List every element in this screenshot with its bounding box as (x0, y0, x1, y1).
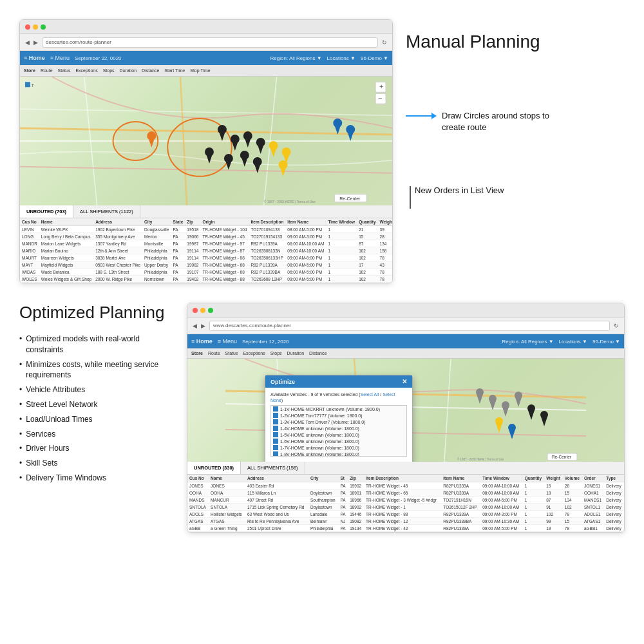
svg-text:+: + (379, 82, 383, 90)
browser-mockup-bottom: ◀ ▶ www.descartes.com/route-planner ↻ ≡ … (187, 303, 625, 533)
svg-point-55 (489, 395, 497, 402)
close-dot-b[interactable] (193, 308, 198, 313)
tab-all-shipments-b[interactable]: ALL SHIPMENTS (158) (241, 462, 305, 474)
col-duration-b: Duration (287, 351, 304, 355)
bullet-item: Skill Sets (19, 456, 174, 471)
vehicle-item[interactable]: 1-3V-HOME Tom Driver7 (Volume: 1800.0) (271, 419, 406, 425)
th-qty: Quantity (357, 218, 377, 226)
refresh-icon-b[interactable]: ↻ (614, 323, 619, 329)
bottom-shipments-table: Cus No Name Address City St Zip Item Des… (187, 475, 624, 532)
bth-itemname: Item Name (441, 475, 480, 482)
table-row: MANDSMANCUR407 Street RdSouthamptonPA189… (187, 497, 624, 504)
vehicle-checkbox[interactable] (273, 451, 278, 457)
bth-order: Order (582, 475, 604, 482)
toolbar-date-b: September 12, 2020 (242, 339, 289, 345)
toolbar-demo[interactable]: 96-Demo ▼ (361, 55, 388, 61)
toolbar-region-b[interactable]: Region: All Regions ▼ (502, 339, 554, 345)
table-row: WOLESWoles Widgets & Gift Shop2000 W. Ri… (20, 276, 392, 283)
url-bar-top[interactable]: descartes.com/route-planner (42, 37, 378, 48)
vehicle-item[interactable]: 1-1V-HOME-MCKRRT unknown (Volume: 1800.0… (271, 406, 406, 412)
th-weight: Weight (378, 218, 392, 226)
th-city: City (142, 218, 171, 226)
table-row: SNTOLASNTOLA1715 Lick Spring Cemetery Rd… (187, 504, 624, 511)
dialog-close-button[interactable]: ✕ (402, 378, 407, 385)
col-distance-b: Distance (309, 351, 327, 355)
vehicle-item[interactable]: 1-2V-HOME Tom77777 (Volume: 1800.0) (271, 412, 406, 419)
toolbar-locations[interactable]: Locations ▼ (327, 55, 355, 61)
vehicle-checkbox[interactable] (273, 413, 278, 418)
bullet-item: Optimized models with real-world constra… (19, 332, 174, 357)
shipments-table-container: Cus No Name Address City State Zip Origi… (20, 218, 392, 283)
svg-text:Re-Center: Re-Center (552, 455, 572, 459)
bth-qty: Quantity (523, 475, 545, 482)
table-row: WLLVHarry Widgets121 South State RoadUpp… (20, 283, 392, 283)
vehicle-checkbox[interactable] (273, 406, 278, 412)
vehicle-item[interactable]: 1-5V-HOME unknown (Volume: 1800.0) (271, 431, 406, 438)
forward-icon-b[interactable]: ▶ (201, 323, 205, 329)
close-dot[interactable] (25, 24, 30, 30)
svg-point-20 (224, 154, 233, 163)
th-name: Name (39, 218, 93, 226)
col-exceptions-b: Exceptions (243, 351, 265, 355)
vehicle-list: 1-1V-HOME-MCKRRT unknown (Volume: 1800.0… (270, 405, 407, 457)
svg-point-30 (279, 160, 288, 169)
vehicle-item[interactable]: 1-8V-HOME unknown (Volume: 1800.0) (271, 451, 406, 457)
tab-unrouted-b[interactable]: UNROUTED (330) (187, 462, 241, 474)
top-right-labels: Manual Planning Draw Circles around stop… (406, 19, 625, 209)
url-bar-bottom[interactable]: www.descartes.com/route-planner (209, 321, 610, 331)
toolbar-region[interactable]: Region: All Regions ▼ (270, 55, 322, 61)
bracket-right (406, 186, 411, 209)
svg-point-14 (243, 131, 252, 140)
toolbar-home-b[interactable]: ≡ Home (191, 338, 213, 345)
minimize-dot[interactable] (33, 24, 38, 30)
select-all-link[interactable]: Select All (361, 392, 379, 397)
th-itemdesc: Item Description (249, 218, 285, 226)
minimize-dot-b[interactable] (200, 308, 205, 313)
toolbar-date: September 22, 0020 (75, 55, 122, 61)
svg-point-16 (256, 138, 265, 147)
vehicle-item[interactable]: 1-6V-HOME unknown (Volume: 1800.0) (271, 438, 406, 444)
table-row: JONESJONES403 Easter RdPA19902TR-HOME Wi… (187, 482, 624, 489)
vehicle-checkbox[interactable] (273, 439, 278, 444)
vehicle-checkbox[interactable] (273, 419, 278, 424)
toolbar-home[interactable]: ≡ Home (24, 55, 45, 61)
toolbar-menu[interactable]: ≡ Menu (50, 55, 70, 61)
vehicle-checkbox[interactable] (273, 426, 278, 431)
vehicle-item[interactable]: 1-4V-HOME unknown (Volume: 1800.0) (271, 425, 406, 431)
back-icon[interactable]: ◀ (25, 39, 30, 46)
col-exceptions: Exceptions (75, 68, 97, 73)
svg-point-22 (240, 151, 249, 160)
tab-all-shipments[interactable]: ALL SHIPMENTS (1122) (73, 205, 140, 218)
table-row: aGBBa Green Thing2501 Uproot DrivePhilad… (187, 525, 624, 532)
app-toolbar-top: ≡ Home ≡ Menu September 22, 0020 Region:… (20, 51, 392, 65)
bullet-item: Driver Hours (19, 441, 174, 456)
vehicle-checkbox[interactable] (273, 445, 278, 450)
shipment-tabs: UNROUTED (703) ALL SHIPMENTS (1122) (20, 205, 392, 218)
dialog-titlebar: Optimize ✕ (265, 375, 412, 388)
bth-volume: Volume (563, 475, 582, 482)
svg-point-12 (231, 135, 240, 144)
maximize-dot-b[interactable] (208, 308, 213, 313)
svg-point-63 (540, 411, 548, 419)
app-toolbar-bottom: ≡ Home ≡ Menu September 12, 2020 Region:… (187, 334, 624, 348)
col-status-b: Status (225, 351, 238, 355)
svg-point-10 (218, 125, 227, 134)
forward-icon[interactable]: ▶ (33, 39, 38, 46)
back-icon-b[interactable]: ◀ (193, 323, 197, 329)
toolbar-menu-b[interactable]: ≡ Menu (218, 338, 237, 345)
vehicle-item[interactable]: 1-7V-HOME unknown (Volume: 1800.0) (271, 444, 406, 451)
tab-unrouted[interactable]: UNROUTED (703) (20, 205, 73, 218)
refresh-icon[interactable]: ↻ (382, 39, 387, 46)
browser-toolbar-top: ◀ ▶ descartes.com/route-planner ↻ (20, 34, 392, 51)
bottom-section: Optimized Planning Optimized models with… (0, 296, 644, 545)
toolbar-demo-b[interactable]: 96-Demo ▼ (592, 339, 620, 345)
maximize-dot[interactable] (41, 24, 46, 30)
table-row: OOHAOOHA115 Millarca LnDoylestownPA18901… (187, 489, 624, 497)
map-area-bottom: Re-Center © 1987 - 2020 HERE | Terms of … (187, 359, 624, 462)
vehicle-checkbox[interactable] (273, 432, 278, 437)
col-start: Start Time (164, 68, 185, 73)
bth-name: Name (209, 475, 245, 482)
toolbar-locations-b[interactable]: Locations ▼ (559, 339, 587, 345)
table-row: LEVINWeinke WLPK1902 Boyertown PikeDougl… (20, 226, 392, 233)
table-row: ATGASATGASRte to Re Pennsylvania AveBelm… (187, 518, 624, 525)
